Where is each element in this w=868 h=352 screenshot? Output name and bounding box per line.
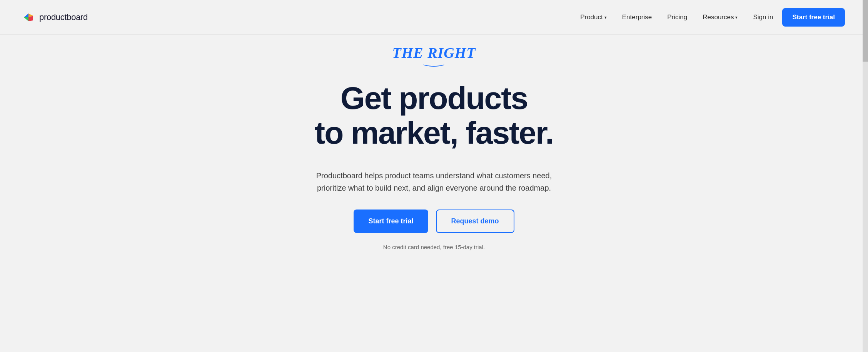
page-wrapper: productboard Product ▾ Enterprise Pricin… [0, 0, 868, 352]
hero-secondary-cta-button[interactable]: Request demo [436, 210, 514, 233]
nav-item-product[interactable]: Product ▾ [574, 10, 613, 24]
signin-link[interactable]: Sign in [747, 10, 779, 24]
chevron-down-icon: ▾ [604, 15, 607, 20]
hero-disclaimer: No credit card needed, free 15-day trial… [383, 244, 485, 250]
nav-links: Product ▾ Enterprise Pricing Resources ▾… [574, 8, 845, 27]
navbar: productboard Product ▾ Enterprise Pricin… [0, 0, 868, 35]
hero-section: THE RIGHT Get products to market, faster… [0, 35, 868, 273]
hero-title: Get products to market, faster. [315, 81, 553, 150]
scrollbar-thumb[interactable] [863, 0, 868, 62]
svg-marker-3 [24, 17, 28, 21]
nav-enterprise-label: Enterprise [622, 13, 652, 21]
signin-label: Sign in [753, 13, 773, 21]
nav-item-resources[interactable]: Resources ▾ [696, 10, 744, 24]
hero-primary-cta-button[interactable]: Start free trial [354, 210, 428, 233]
nav-product-label: Product [580, 13, 603, 21]
hero-buttons: Start free trial Request demo [354, 210, 514, 233]
scrollbar-track[interactable] [863, 0, 868, 352]
nav-cta-button[interactable]: Start free trial [782, 8, 845, 27]
nav-resources-label: Resources [703, 13, 734, 21]
hero-subtitle: Productboard helps product teams underst… [303, 169, 565, 194]
svg-marker-0 [24, 13, 28, 17]
nav-item-pricing[interactable]: Pricing [661, 10, 693, 24]
hero-title-line1: Get products [341, 80, 527, 116]
nav-pricing-label: Pricing [667, 13, 687, 21]
brand-name: productboard [39, 12, 88, 22]
logo[interactable]: productboard [23, 11, 88, 23]
nav-item-enterprise[interactable]: Enterprise [616, 10, 658, 24]
handwritten-annotation: THE RIGHT [392, 44, 476, 61]
hero-title-line2: to market, faster. [315, 115, 553, 150]
logo-icon [23, 11, 35, 23]
hero-headline-wrapper: THE RIGHT Get products to market, faster… [315, 65, 553, 150]
chevron-down-icon-resources: ▾ [735, 15, 738, 20]
